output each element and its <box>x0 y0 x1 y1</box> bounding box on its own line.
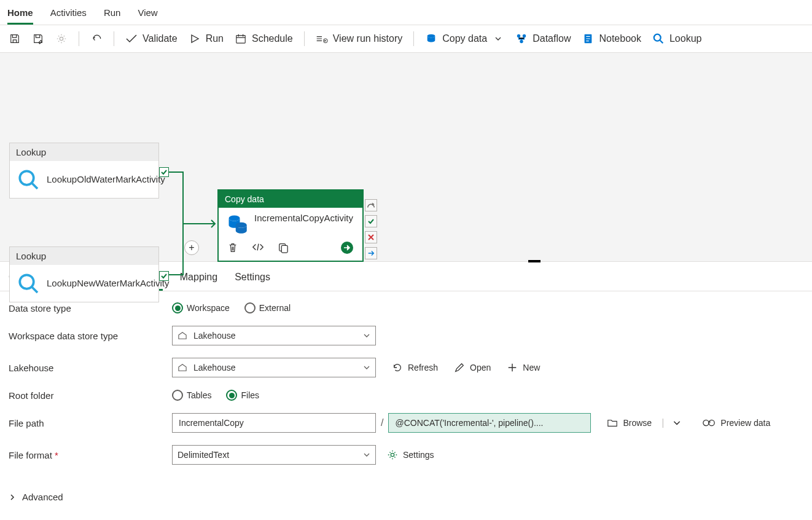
lakehouse-label: Lakehouse <box>9 363 172 373</box>
root-folder-label: Root folder <box>9 390 172 401</box>
calendar-icon <box>235 33 247 45</box>
advanced-toggle[interactable]: Advanced <box>0 488 72 513</box>
svg-rect-1 <box>236 36 245 44</box>
separator: | <box>662 417 664 428</box>
tab-activities[interactable]: Activities <box>50 5 87 25</box>
copy-icon[interactable] <box>278 242 289 253</box>
svg-point-16 <box>703 420 709 425</box>
on-skip-badge[interactable] <box>365 199 377 211</box>
preview-data-button[interactable]: Preview data <box>702 418 770 428</box>
database-icon <box>226 213 248 235</box>
svg-point-9 <box>20 171 34 185</box>
tab-settings[interactable]: Settings <box>235 269 270 291</box>
save-icon[interactable] <box>9 33 21 45</box>
activity-node-copy-data[interactable]: Copy data IncrementalCopyActivity <box>217 189 364 262</box>
data-store-type-label: Data store type <box>9 303 172 313</box>
validate-button[interactable]: Validate <box>125 33 178 45</box>
chevron-down-icon <box>363 451 370 459</box>
open-button[interactable]: Open <box>454 362 491 373</box>
svg-rect-14 <box>281 245 287 253</box>
workspace-data-store-type-label: Workspace data store type <box>9 331 172 341</box>
file-path-folder-input[interactable]: IncrementalCopy <box>172 413 376 433</box>
run-button[interactable]: Run <box>189 33 224 45</box>
splitter-handle[interactable] <box>528 260 541 262</box>
preview-icon <box>702 419 716 427</box>
notebook-icon <box>582 33 594 45</box>
history-label: View run history <box>333 33 403 44</box>
on-completion-badge[interactable] <box>365 247 377 259</box>
schedule-label: Schedule <box>252 33 293 44</box>
lookup-label: Lookup <box>670 33 702 44</box>
radio-external[interactable]: External <box>244 302 291 313</box>
lakehouse-icon <box>178 331 187 340</box>
check-icon <box>125 33 138 45</box>
svg-point-11 <box>229 216 240 221</box>
file-path-label: File path <box>9 418 172 428</box>
chevron-right-icon <box>9 494 16 501</box>
view-run-history-button[interactable]: View run history <box>316 33 403 45</box>
new-button[interactable]: New <box>507 362 540 373</box>
toolbar-separator <box>79 31 79 46</box>
dataflow-label: Dataflow <box>533 33 571 44</box>
copy-data-button[interactable]: Copy data <box>425 33 504 45</box>
success-badge-icon <box>159 271 169 281</box>
activity-node-lookup-new[interactable]: Lookup LookupNewWaterMarkActivity <box>9 246 159 302</box>
activity-type-label: Copy data <box>219 191 362 208</box>
svg-point-10 <box>20 275 34 289</box>
file-path-expression-input[interactable]: @CONCAT('Incremental-', pipeline().... <box>388 413 591 433</box>
add-activity-button[interactable]: + <box>184 240 199 255</box>
history-icon <box>316 33 328 45</box>
activity-name: LookupOldWaterMarkActivity <box>47 174 165 186</box>
tab-view[interactable]: View <box>138 5 157 25</box>
activity-node-lookup-old[interactable]: Lookup LookupOldWaterMarkActivity <box>9 143 159 199</box>
path-separator: / <box>381 417 383 428</box>
toolbar-separator <box>413 31 414 46</box>
database-icon <box>425 33 437 45</box>
svg-point-4 <box>517 34 520 37</box>
radio-workspace[interactable]: Workspace <box>172 302 230 313</box>
toolbar-separator <box>304 31 305 46</box>
activity-name: LookupNewWaterMarkActivity <box>47 278 170 290</box>
folder-icon <box>607 418 618 428</box>
on-fail-badge[interactable] <box>365 231 377 243</box>
run-activity-icon[interactable] <box>340 241 354 254</box>
file-format-dropdown[interactable]: DelimitedText <box>172 445 376 465</box>
search-icon <box>16 271 41 296</box>
svg-point-17 <box>709 420 714 425</box>
format-settings-button[interactable]: Settings <box>387 449 434 460</box>
radio-tables[interactable]: Tables <box>172 390 211 401</box>
success-badge-icon <box>159 167 169 177</box>
lakehouse-dropdown[interactable]: Lakehouse <box>172 358 376 377</box>
chevron-down-icon <box>363 332 370 339</box>
workspace-data-store-type-dropdown[interactable]: Lakehouse <box>172 326 376 345</box>
notebook-label: Notebook <box>599 33 641 44</box>
code-icon[interactable] <box>252 242 264 253</box>
svg-point-18 <box>391 453 394 456</box>
search-icon <box>652 33 665 45</box>
save-as-icon[interactable] <box>32 33 44 45</box>
radio-files[interactable]: Files <box>226 390 259 401</box>
run-label: Run <box>206 33 224 44</box>
refresh-button[interactable]: Refresh <box>392 362 438 373</box>
undo-icon[interactable] <box>90 33 103 45</box>
tab-home[interactable]: Home <box>7 5 33 25</box>
activity-type-label: Lookup <box>10 143 158 161</box>
svg-point-5 <box>523 34 526 37</box>
lookup-button[interactable]: Lookup <box>652 33 702 45</box>
browse-button[interactable]: Browse <box>607 418 652 428</box>
tab-run[interactable]: Run <box>104 5 121 25</box>
dataflow-button[interactable]: Dataflow <box>515 33 571 45</box>
svg-point-8 <box>654 34 661 41</box>
copy-data-label: Copy data <box>442 33 487 44</box>
gear-icon[interactable] <box>55 33 68 45</box>
chevron-down-icon <box>492 33 504 45</box>
on-success-badge[interactable] <box>365 215 377 227</box>
chevron-down-icon[interactable] <box>673 419 681 427</box>
delete-icon[interactable] <box>227 242 238 253</box>
search-icon <box>16 167 41 192</box>
activity-type-label: Lookup <box>10 247 158 265</box>
notebook-button[interactable]: Notebook <box>582 33 641 45</box>
schedule-button[interactable]: Schedule <box>235 33 293 45</box>
svg-point-12 <box>236 223 247 228</box>
dataflow-icon <box>515 33 528 45</box>
